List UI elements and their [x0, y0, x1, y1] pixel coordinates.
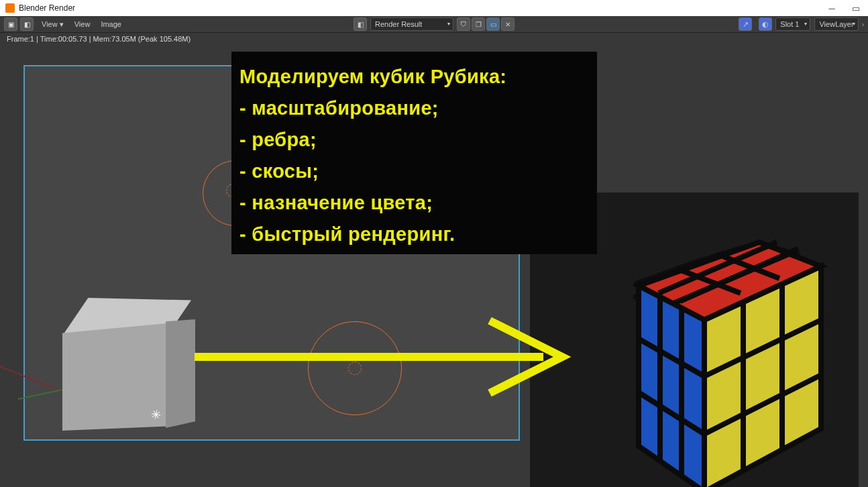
image-type-icon[interactable]: ◧: [354, 17, 367, 31]
cube-side-face: [166, 319, 195, 428]
folder-icon[interactable]: ▭: [486, 17, 500, 31]
annotation-line: - масштабирование;: [239, 93, 589, 124]
shield-icon[interactable]: ⛉: [457, 17, 470, 31]
mode-icon[interactable]: ◧: [20, 17, 34, 31]
image-editor-header: ▣ ◧ View ▾ View Image ◧ Render Result ⛉ …: [0, 16, 868, 33]
main-area: ✳ Моделируем кубик Рубика: - масштабиров…: [0, 45, 868, 486]
editor-type-icon[interactable]: ▣: [4, 17, 17, 31]
annotation-line: - быстрый рендеринг.: [239, 219, 589, 250]
close-icon[interactable]: ✕: [501, 17, 514, 31]
minimize-button[interactable]: ─: [820, 0, 844, 16]
titlebar: Blender Render ─ ▭: [0, 0, 868, 16]
display-channel-icon[interactable]: ↗: [739, 17, 752, 31]
sphere-icon[interactable]: ◐: [759, 17, 772, 31]
viewlayer-field[interactable]: ViewLayer: [814, 17, 858, 31]
header-right: ↗ ◐ Slot 1 ViewLayer ›: [737, 17, 864, 31]
annotation-line: - скосы;: [239, 156, 589, 187]
blender-logo-icon: [5, 3, 15, 13]
rendered-rubiks-cube: [597, 237, 825, 487]
menu-image[interactable]: Image: [95, 20, 127, 28]
app-body: ▣ ◧ View ▾ View Image ◧ Render Result ⛉ …: [0, 16, 868, 487]
annotation-overlay: Моделируем кубик Рубика: - масштабирован…: [231, 52, 597, 254]
view-dropdown[interactable]: View ▾: [36, 20, 69, 29]
chevron-right-icon[interactable]: ›: [862, 21, 864, 28]
maximize-button[interactable]: ▭: [844, 0, 868, 16]
slot-dropdown[interactable]: Slot 1: [775, 17, 810, 31]
header-center: ◧ Render Result ⛉ ❐ ▭ ✕: [353, 17, 515, 31]
light-center-2: [348, 362, 362, 375]
window-title: Blender Render: [19, 3, 75, 13]
duplicate-icon[interactable]: ❐: [472, 17, 485, 31]
image-name-dropdown[interactable]: Render Result: [370, 17, 453, 31]
window-controls: ─ ▭: [820, 0, 868, 16]
default-cube[interactable]: ✳: [58, 298, 199, 449]
annotation-line: - ребра;: [239, 124, 589, 156]
menu-view[interactable]: View: [69, 20, 96, 28]
annotation-line: Моделируем кубик Рубика:: [239, 61, 589, 93]
svg-marker-18: [639, 286, 704, 487]
status-bar: Frame:1 | Time:00:05.73 | Mem:73.05M (Pe…: [0, 33, 868, 45]
annotation-line: - назначение цвета;: [239, 187, 589, 219]
